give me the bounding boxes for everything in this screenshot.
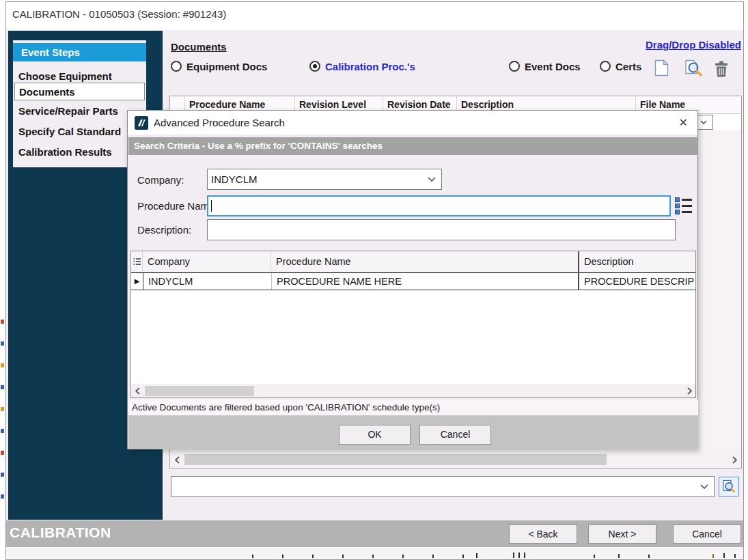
search-criteria-band: Search Criteria - Use a % prefix for 'CO… <box>128 137 698 155</box>
radio-circle-icon[interactable] <box>309 61 320 72</box>
dialog-title: Advanced Procedure Search <box>154 117 285 128</box>
row-cell-procedure-name: PROCEDURE NAME HERE <box>271 273 579 290</box>
screen: CALIBRATION - 01050503 (Session: #901243… <box>0 0 748 560</box>
results-grid-hscrollbar[interactable] <box>131 384 695 397</box>
scrollbar-thumb[interactable] <box>184 454 607 465</box>
background-icon <box>1 341 4 346</box>
radio-label: Equipment Docs <box>186 61 267 72</box>
description-value <box>208 220 211 232</box>
column-chooser-icon[interactable] <box>131 251 143 272</box>
search-document-icon <box>721 479 736 494</box>
grid-column-description[interactable]: Description <box>578 251 694 272</box>
description-input[interactable] <box>207 219 676 240</box>
scroll-left-icon[interactable] <box>171 452 183 467</box>
back-button[interactable]: < Back <box>509 524 577 544</box>
radio-label: Event Docs <box>525 61 581 72</box>
background-icon <box>1 494 4 499</box>
scrollbar-thumb[interactable] <box>145 386 254 396</box>
row-cell-company: INDYCLM <box>143 273 271 290</box>
window-cancel-button[interactable]: Cancel <box>673 524 741 544</box>
chevron-down-icon[interactable] <box>428 177 436 182</box>
choose-from-list-icon[interactable] <box>675 197 693 215</box>
results-grid-header: Company Procedure Name Description <box>131 251 695 272</box>
dialog-titlebar[interactable]: Advanced Procedure Search ✕ <box>128 111 697 135</box>
radio-equipment-docs[interactable]: Equipment Docs <box>171 60 267 72</box>
current-row-marker-icon: ▶ <box>131 273 143 290</box>
background-icon <box>1 385 4 389</box>
company-label: Company: <box>137 174 184 186</box>
search-document-icon[interactable] <box>684 59 703 77</box>
documents-section-title: Documents <box>171 41 227 53</box>
delete-trash-icon[interactable] <box>715 61 728 77</box>
event-steps-header: Event Steps <box>13 43 146 61</box>
scroll-right-icon[interactable] <box>683 383 695 398</box>
new-document-icon[interactable] <box>654 59 669 76</box>
advanced-procedure-search-dialog: Advanced Procedure Search ✕ Search Crite… <box>127 110 698 449</box>
results-grid-row-selected[interactable]: ▶ INDYCLM PROCEDURE NAME HERE PROCEDURE … <box>131 272 695 290</box>
background-icon <box>1 429 4 433</box>
search-document-button[interactable] <box>719 477 739 496</box>
dialog-cancel-button[interactable]: Cancel <box>419 425 491 445</box>
ok-button[interactable]: OK <box>339 425 411 445</box>
dialog-footer <box>128 416 698 449</box>
window-title: CALIBRATION - 01050503 (Session: #901243… <box>12 8 226 20</box>
next-button[interactable]: Next > <box>588 524 656 544</box>
grid-column-company[interactable]: Company <box>143 251 271 272</box>
sidebar-item-service-repair-parts[interactable]: Service/Repair Parts <box>14 102 145 120</box>
background-icon <box>1 473 4 477</box>
background-icon <box>1 451 4 455</box>
row-cell-description: PROCEDURE DESCRIP <box>578 273 694 290</box>
radio-event-docs[interactable]: Event Docs <box>509 60 581 72</box>
app-logo-icon <box>135 116 148 130</box>
procedure-name-input[interactable] <box>207 195 671 216</box>
background-icon <box>1 363 4 367</box>
grid-column-procedure-name[interactable]: Procedure Name <box>271 251 579 272</box>
background-icon <box>1 407 4 411</box>
sidebar-item-documents[interactable]: Documents <box>14 83 145 100</box>
sidebar-item-specify-cal-standard[interactable]: Specify Cal Standard <box>14 123 145 141</box>
sidebar-item-calibration-results[interactable]: Calibration Results <box>14 143 145 161</box>
close-icon[interactable]: ✕ <box>679 116 688 129</box>
text-caret <box>211 200 212 212</box>
wizard-title: CALIBRATION <box>10 524 111 541</box>
radio-label: Calibration Proc.'s <box>325 61 415 72</box>
chevron-down-icon <box>700 120 707 124</box>
radio-label: Certs <box>615 61 641 72</box>
company-combobox[interactable]: INDYCLM <box>207 169 442 190</box>
scroll-left-icon[interactable] <box>131 383 143 398</box>
background-window-bottom-sliver <box>6 547 743 559</box>
radio-circle-icon[interactable] <box>600 61 611 72</box>
drag-drop-disabled-link[interactable]: Drag/Drop Disabled <box>632 39 741 51</box>
scroll-right-icon[interactable] <box>728 452 740 467</box>
radio-certs[interactable]: Certs <box>600 60 641 72</box>
dialog-status-text: Active Documents are filtered based upon… <box>128 400 698 416</box>
background-icon <box>1 320 4 324</box>
radio-calibration-procs[interactable]: Calibration Proc.'s <box>309 60 415 72</box>
radio-circle-icon[interactable] <box>509 61 520 72</box>
procedure-name-label: Procedure Name: <box>137 200 218 212</box>
radio-circle-icon[interactable] <box>171 61 182 72</box>
document-search-combobox[interactable] <box>171 476 715 497</box>
chevron-down-icon[interactable] <box>700 484 708 489</box>
description-label: Description: <box>137 224 191 236</box>
company-value: INDYCLM <box>208 173 428 185</box>
documents-table-hscrollbar[interactable] <box>171 452 740 467</box>
